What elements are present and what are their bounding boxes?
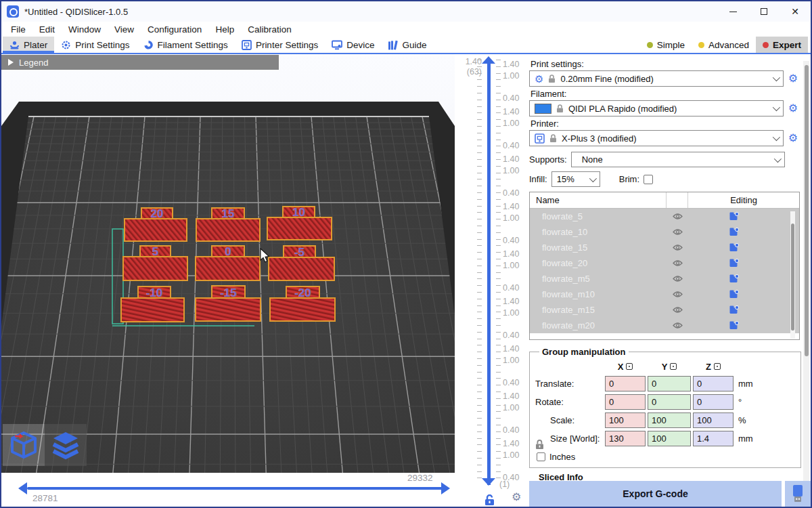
eye-visibility-icon[interactable] [673, 244, 683, 251]
mode-expert[interactable]: Expert [756, 37, 808, 53]
axis-header-z: Z [693, 360, 734, 373]
tab-plater[interactable]: Plater [3, 37, 54, 53]
table-row[interactable]: flowrate_m10 [530, 287, 799, 302]
flowrate-number-label: 5 [152, 245, 158, 258]
tab-print-settings[interactable]: Print Settings [54, 37, 136, 53]
minimize-button[interactable] [717, 1, 748, 22]
move-slider-right-thumb[interactable] [441, 482, 450, 494]
flowrate-number-label: 15 [222, 207, 235, 220]
table-row[interactable]: flowrate_20 [530, 255, 799, 271]
edit-filament-button[interactable]: ⚙ [787, 103, 799, 114]
value-input-z[interactable]: 0 [693, 394, 734, 410]
value-input-z[interactable]: 0 [693, 376, 734, 391]
column-header-visibility[interactable] [667, 192, 688, 208]
menu-help[interactable]: Help [208, 24, 241, 35]
menu-configuration[interactable]: Configuration [141, 24, 208, 35]
edit-settings-icon[interactable] [729, 305, 739, 314]
value-input-x[interactable]: 0 [605, 394, 646, 410]
move-slider-track[interactable] [27, 487, 443, 490]
slider-settings-gear-icon[interactable]: ⚙ [512, 492, 521, 503]
table-row[interactable]: flowrate_10 [530, 224, 799, 240]
value-input-z[interactable]: 100 [693, 412, 734, 428]
edit-settings-icon[interactable] [729, 212, 739, 221]
menu-file[interactable]: File [4, 24, 32, 35]
panel-scrollbar[interactable] [803, 61, 809, 481]
eye-visibility-icon[interactable] [673, 306, 683, 314]
layer-slider-bottom-thumb[interactable] [482, 478, 495, 486]
eye-visibility-icon[interactable] [673, 259, 683, 267]
menu-calibration[interactable]: Calibration [241, 24, 298, 35]
app-window: *Untitled - QIDISlicer-1.0.5 ✕ FileEditW… [0, 0, 812, 508]
column-header-editing[interactable]: Editing [688, 195, 799, 205]
filament-settings-icon [143, 40, 154, 50]
move-slider-left-thumb[interactable] [18, 482, 27, 494]
value-input-x[interactable]: 0 [605, 376, 646, 391]
menu-view[interactable]: View [108, 24, 141, 35]
eye-visibility-icon[interactable] [673, 213, 683, 220]
table-row[interactable]: flowrate_5 [530, 209, 799, 224]
legend-collapsible[interactable]: Legend [1, 55, 279, 70]
flowrate-number-label: -10 [146, 287, 163, 299]
layer-ticks-right [496, 60, 501, 481]
edit-printer-button[interactable]: ⚙ [787, 133, 799, 144]
table-row[interactable]: flowrate_m20 [530, 318, 799, 333]
value-input-y[interactable]: 100 [648, 431, 691, 446]
export-row: Export G-code [529, 481, 811, 507]
list-scrollbar[interactable] [790, 211, 795, 339]
value-input-z[interactable]: 1.4 [693, 431, 734, 446]
value-input-x[interactable]: 130 [605, 431, 646, 446]
inches-checkbox[interactable] [537, 452, 545, 461]
brim-label: Brim: [619, 174, 639, 184]
close-button[interactable]: ✕ [780, 1, 811, 22]
build-plate-scene[interactable]: 20151050-5-10-15-20 [1, 54, 455, 473]
tab-guide[interactable]: Guide [381, 37, 433, 53]
edit-settings-icon[interactable] [729, 290, 739, 299]
value-input-x[interactable]: 100 [605, 412, 646, 428]
menu-window[interactable]: Window [62, 24, 108, 35]
supports-select[interactable]: None [571, 152, 785, 167]
object-name-label: flowrate_10 [530, 227, 667, 237]
eye-visibility-icon[interactable] [673, 322, 683, 329]
edit-settings-icon[interactable] [729, 228, 739, 236]
lock-slider-icon[interactable] [484, 494, 495, 506]
layer-height-tick-label: 1.00 [503, 308, 519, 318]
edit-settings-icon[interactable] [729, 274, 739, 283]
layers-preview-button[interactable] [45, 424, 87, 466]
mode-simple[interactable]: Simple [640, 37, 692, 53]
menu-edit[interactable]: Edit [32, 24, 62, 35]
edit-settings-icon[interactable] [729, 321, 739, 330]
flowrate-number-label: 0 [225, 245, 231, 258]
edit-settings-icon[interactable] [729, 259, 739, 268]
value-input-y[interactable]: 0 [648, 394, 691, 410]
table-row[interactable]: flowrate_m15 [530, 302, 799, 318]
value-input-y[interactable]: 0 [648, 376, 691, 391]
edit-print-settings-button[interactable]: ⚙ [787, 73, 799, 84]
layer-slider-track[interactable] [487, 61, 491, 485]
infill-select[interactable]: 15% [551, 171, 600, 187]
table-row[interactable]: flowrate_15 [530, 240, 799, 255]
preset-gear-icon: ⚙ [535, 74, 543, 84]
layer-slider-top-thumb[interactable] [482, 56, 495, 64]
layer-height-tick-label: 1.40 [503, 249, 519, 259]
print-settings-combo[interactable]: ⚙ 0.20mm Fine (modified) [529, 70, 784, 87]
filament-combo[interactable]: QIDI PLA Rapido (modified) [529, 100, 784, 117]
tab-filament-settings[interactable]: Filament Settings [137, 37, 235, 53]
maximize-button[interactable] [748, 1, 780, 22]
uniform-scale-lock-icon[interactable] [535, 440, 544, 450]
export-to-usb-button[interactable] [785, 481, 811, 507]
3d-view-button[interactable] [3, 424, 45, 466]
value-input-y[interactable]: 100 [648, 412, 691, 428]
axis-letter: Y [662, 362, 668, 372]
mode-advanced[interactable]: Advanced [692, 37, 756, 53]
eye-visibility-icon[interactable] [673, 291, 683, 298]
table-row[interactable]: flowrate_m5 [530, 271, 799, 287]
tab-printer-settings[interactable]: Printer Settings [235, 37, 325, 53]
tab-device[interactable]: Device [325, 37, 381, 53]
edit-settings-icon[interactable] [729, 243, 739, 252]
brim-checkbox[interactable] [644, 175, 653, 184]
printer-combo[interactable]: X-Plus 3 (modified) [529, 130, 784, 146]
eye-visibility-icon[interactable] [673, 275, 683, 282]
export-gcode-button[interactable]: Export G-code [529, 481, 782, 507]
column-header-name[interactable]: Name [530, 192, 667, 208]
eye-visibility-icon[interactable] [673, 228, 683, 236]
